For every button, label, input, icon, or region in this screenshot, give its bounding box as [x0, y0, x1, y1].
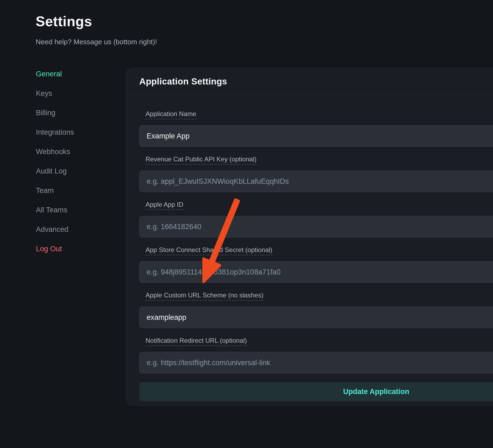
- custom-url-scheme-input[interactable]: [139, 307, 493, 328]
- revenuecat-api-key-label: Revenue Cat Public API Key (optional): [146, 155, 256, 165]
- settings-sidebar: General Keys Billing Integrations Webhoo…: [36, 70, 74, 253]
- revenuecat-api-key-input[interactable]: [139, 171, 493, 192]
- sidebar-item-keys[interactable]: Keys: [36, 90, 74, 97]
- update-application-button[interactable]: Update Application: [139, 382, 493, 401]
- application-settings-form: Application Name Revenue Cat Public API …: [126, 95, 493, 401]
- sidebar-item-advanced[interactable]: Advanced: [36, 226, 74, 233]
- notification-redirect-url-input[interactable]: [139, 352, 493, 374]
- application-name-label: Application Name: [146, 110, 196, 119]
- sidebar-item-integrations[interactable]: Integrations: [36, 128, 74, 136]
- page-subtitle: Need help? Message us (bottom right)!: [36, 38, 157, 46]
- page-header: Settings Need help? Message us (bottom r…: [36, 13, 157, 46]
- sidebar-item-webhooks[interactable]: Webhooks: [36, 148, 74, 155]
- notification-redirect-url-label: Notification Redirect URL (optional): [146, 337, 247, 346]
- panel-header: Application Settings: [126, 68, 493, 95]
- sidebar-item-log-out[interactable]: Log Out: [36, 245, 74, 253]
- apple-app-id-label: Apple App ID: [146, 201, 183, 210]
- apple-app-id-input[interactable]: [139, 216, 493, 237]
- page-title: Settings: [36, 13, 157, 30]
- shared-secret-label: App Store Connect Shared Secret (optiona…: [146, 246, 272, 255]
- sidebar-item-billing[interactable]: Billing: [36, 109, 74, 117]
- application-settings-panel: Application Settings Application Name Re…: [126, 68, 493, 406]
- sidebar-item-audit-log[interactable]: Audit Log: [36, 167, 74, 175]
- custom-url-scheme-label: Apple Custom URL Scheme (no slashes): [146, 291, 264, 301]
- sidebar-item-general[interactable]: General: [36, 70, 74, 78]
- application-name-input[interactable]: [139, 125, 493, 147]
- sidebar-item-team[interactable]: Team: [36, 187, 74, 194]
- panel-title: Application Settings: [139, 76, 227, 87]
- shared-secret-input[interactable]: [139, 261, 493, 283]
- sidebar-item-all-teams[interactable]: All Teams: [36, 206, 74, 214]
